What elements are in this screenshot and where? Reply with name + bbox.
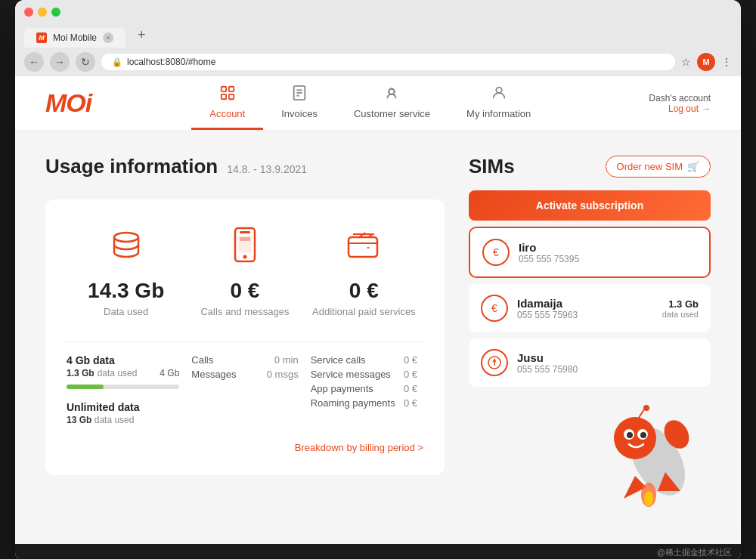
sim-info-jusu: Jusu 055 555 75980 <box>517 351 699 375</box>
svg-point-33 <box>644 491 653 506</box>
tab-customer-service-label: Customer service <box>354 108 430 119</box>
stat-data: 14.3 Gb Data used <box>67 221 185 323</box>
logout-icon: → <box>702 103 711 114</box>
usage-period: 14.8. - 13.9.2021 <box>227 163 307 175</box>
sim-name-idamaija: Idamaija <box>517 297 653 310</box>
tab-customer-service[interactable]: Customer service <box>336 76 448 130</box>
tab-account-label: Account <box>209 108 245 119</box>
account-icon <box>219 85 236 105</box>
billing-period-link[interactable]: Breakdown by billing period > <box>295 442 423 453</box>
data-label: Data used <box>104 306 148 317</box>
activate-subscription-button[interactable]: Activate subscription <box>469 190 711 221</box>
forward-button[interactable]: → <box>50 52 70 72</box>
svg-point-28 <box>627 432 633 438</box>
menu-dots-icon[interactable]: ⋮ <box>721 56 732 68</box>
address-bar[interactable]: 🔒 localhost:8080/#home <box>101 54 675 70</box>
services-label: Additional paid services <box>312 306 416 317</box>
sim-number-jusu: 055 555 75980 <box>517 364 699 375</box>
sims-header: SIMs Order new SIM 🛒 <box>469 155 711 178</box>
unlimited-title: Unlimited data <box>67 401 179 413</box>
sim-info-iiro: Iiro 055 555 75395 <box>519 241 697 264</box>
svg-point-29 <box>640 432 646 438</box>
data-plan-title: 4 Gb data <box>67 354 179 366</box>
sims-title: SIMs <box>469 155 515 178</box>
cart-icon: 🛒 <box>687 161 699 172</box>
refresh-button[interactable]: ↻ <box>76 52 95 72</box>
svg-point-25 <box>614 417 656 459</box>
usage-title: Usage information <box>45 155 218 178</box>
progress-fill <box>67 385 104 389</box>
service-row-1: Service messages 0 € <box>311 369 417 380</box>
stat-calls: 0 € Calls and messages <box>185 221 304 323</box>
usage-details: 4 Gb data 1.3 Gb data used 4 Gb Unlimite… <box>67 354 423 425</box>
my-information-icon <box>491 85 507 105</box>
svg-point-11 <box>114 233 138 242</box>
svg-point-31 <box>643 405 649 411</box>
svg-rect-16 <box>240 237 250 241</box>
service-row-0: Service calls 0 € <box>311 354 417 366</box>
usage-section: Usage information 14.8. - 13.9.2021 <box>45 155 445 514</box>
tab-invoices[interactable]: Invoices <box>263 76 336 130</box>
sim-avatar-idamaija: € <box>481 295 508 322</box>
rocket-mascot <box>559 393 711 514</box>
main-nav: Account Invoices <box>191 76 549 130</box>
calls-row-1: Messages 0 msgs <box>191 369 298 380</box>
tab-close-button[interactable]: × <box>103 32 113 43</box>
sim-name-iiro: Iiro <box>519 241 697 254</box>
usage-card: 14.3 Gb Data used <box>45 199 445 475</box>
sim-usage-idamaija: 1.3 Gb data used <box>662 298 699 319</box>
sim-card-iiro[interactable]: € Iiro 055 555 75395 <box>469 227 711 278</box>
billing-link[interactable]: Breakdown by billing period > <box>67 440 423 454</box>
sim-name-jusu: Jusu <box>517 351 699 364</box>
minimize-dot[interactable] <box>38 8 47 17</box>
phone-icon <box>229 227 261 273</box>
services-value: 0 € <box>349 279 379 303</box>
tab-account[interactable]: Account <box>191 76 263 130</box>
sim-card-idamaija[interactable]: € Idamaija 055 555 75963 1.3 Gb data use… <box>469 284 711 332</box>
svg-point-14 <box>243 255 246 259</box>
service-row-2: App payments 0 € <box>311 383 417 394</box>
main-content: Usage information 14.8. - 13.9.2021 <box>15 131 741 544</box>
profile-avatar[interactable]: M <box>697 53 715 71</box>
tab-invoices-label: Invoices <box>281 108 318 119</box>
sim-card-jusu[interactable]: Jusu 055 555 75980 <box>469 338 711 387</box>
star-icon[interactable]: ☆ <box>681 56 691 68</box>
svg-point-9 <box>389 89 395 94</box>
svg-rect-17 <box>349 237 377 257</box>
maximize-dot[interactable] <box>51 8 60 17</box>
sim-number-iiro: 055 555 75395 <box>519 254 697 264</box>
tab-title: Moi Mobile <box>53 32 97 43</box>
sim-info-idamaija: Idamaija 055 555 75963 <box>517 297 653 320</box>
new-tab-button[interactable]: + <box>129 23 155 48</box>
sim-avatar-iiro: € <box>482 239 510 266</box>
calls-label: Calls and messages <box>200 306 289 317</box>
svg-rect-13 <box>240 231 250 233</box>
browser-tab[interactable]: M Moi Mobile × <box>24 28 125 48</box>
unlimited-sub: 13 Gb data used <box>67 415 179 425</box>
app-logo: MOi <box>45 88 91 118</box>
svg-rect-3 <box>229 94 234 99</box>
svg-rect-1 <box>229 87 234 91</box>
data-icon <box>107 227 146 273</box>
sim-avatar-jusu <box>481 349 508 376</box>
usage-stats: 14.3 Gb Data used <box>67 221 423 323</box>
app-header: MOi Account <box>15 76 741 131</box>
tab-favicon: M <box>36 32 47 43</box>
service-row-3: Roaming payments 0 € <box>311 397 417 409</box>
usage-divider <box>67 341 423 342</box>
svg-line-30 <box>639 409 644 418</box>
lock-icon: 🔒 <box>112 57 122 67</box>
stat-services: 0 € Additional paid services <box>305 221 423 323</box>
tab-my-information-label: My information <box>466 108 531 119</box>
logout-button[interactable]: Log out → <box>649 103 711 114</box>
close-dot[interactable] <box>24 8 33 17</box>
customer-service-icon <box>383 85 400 105</box>
calls-value: 0 € <box>231 279 260 303</box>
watermark: @稀土掘金技术社区 <box>15 544 741 559</box>
order-sim-button[interactable]: Order new SIM 🛒 <box>606 156 711 178</box>
back-button[interactable]: ← <box>24 52 44 72</box>
data-value: 14.3 Gb <box>88 279 164 303</box>
tab-my-information[interactable]: My information <box>448 76 549 130</box>
header-account-info: Dash's account Log out → <box>649 93 711 114</box>
invoices-icon <box>291 85 308 105</box>
